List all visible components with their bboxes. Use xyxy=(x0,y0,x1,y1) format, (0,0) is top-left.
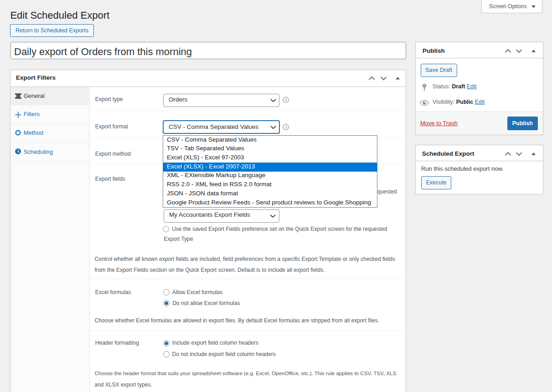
svg-text:?: ? xyxy=(284,125,287,130)
svg-text:?: ? xyxy=(284,97,287,102)
